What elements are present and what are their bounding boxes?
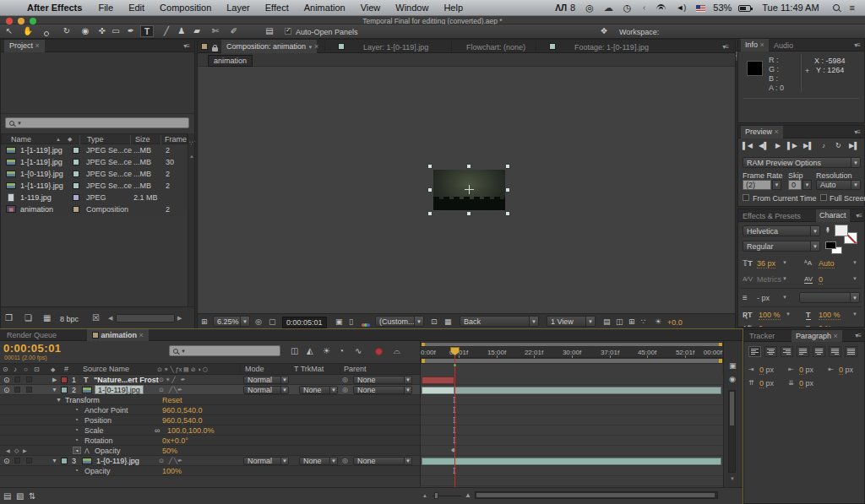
vertical-scale-value[interactable]: 100 % [759,311,781,320]
zoom-in-mountain-icon[interactable]: ▲ [465,491,471,499]
tab-timeline-animation[interactable]: animation × [87,329,149,341]
timeline-hscrollbar[interactable] [475,491,718,499]
menu-composition[interactable]: Composition [152,3,219,13]
pickwhip-icon[interactable]: ◎ [342,375,348,385]
collapse-arrow-icon[interactable]: ▼ [52,456,57,466]
pen-tool[interactable]: ✒ [123,25,139,37]
wifi-icon[interactable] [651,3,671,13]
shape-tool[interactable]: ▭ [108,25,123,37]
zoom-window-button[interactable] [30,18,36,24]
font-size-value[interactable]: 36 px [757,259,775,268]
puppet-pin-tool[interactable]: ✐ [226,25,242,37]
layer1-bar[interactable] [422,377,454,384]
table-row[interactable]: 1-{1-119}.jpg JPEG Se...ce ...MB 2 [1,180,188,192]
justify-last-right-button[interactable] [829,346,841,357]
menu-help[interactable]: Help [436,3,471,13]
row-name[interactable]: 1-[1-119].jpg [20,144,63,156]
snapshot-icon[interactable]: ▣ [335,317,343,326]
tab-project[interactable]: Project × [4,40,45,52]
position-row[interactable]: ◔ Position 960.0,540.0 [0,415,420,425]
safe-zones-icon[interactable]: ◎ [255,317,262,326]
layer-row-1[interactable]: ⊙ ▶ 1 T "Nature...ert Frost ⊙ ✶ ╱ ✒ Norm… [0,375,420,385]
close-icon[interactable]: × [775,127,779,136]
viewer-panel-menu-icon[interactable]: ▾≡ [722,43,728,51]
label-swatch[interactable] [73,182,79,189]
transparency-grid-icon[interactable]: ▦ [444,317,452,326]
scroll-left-icon[interactable]: ◀ [108,315,112,322]
table-row[interactable]: 1-[1-119].jpg JPEG Se...ce ...MB 30 [1,156,188,168]
layer-row-2[interactable]: ⊙ ▼ 2 1-[0-119].jpg ⊙ ╱ ╲✒ Normal▼ None▼… [0,385,420,395]
paragraph-panel-menu-icon[interactable]: ▾≡ [855,332,861,339]
tab-paragraph[interactable]: Paragraph × [792,330,842,342]
close-icon[interactable]: × [35,41,40,50]
brainstorm-icon[interactable] [375,348,383,355]
kerning-dropdown-icon[interactable]: ▼ [782,276,787,281]
opacity-row[interactable]: ◀ ◇ ▶ ◔ ⋀ Opacity 50% [0,446,420,456]
horizontal-scale-dropdown-icon[interactable]: ▼ [852,312,857,317]
position-label[interactable]: Position [84,415,112,425]
roto-brush-tool[interactable]: ✄ [208,25,223,37]
full-screen-checkbox[interactable] [820,194,827,201]
leading-dropdown-icon[interactable]: ▼ [852,260,857,265]
blend-mode-dropdown[interactable]: Normal▼ [243,376,289,384]
camera-tool[interactable]: ◉ [78,25,93,37]
selection-handle[interactable] [427,187,432,192]
search-dropdown-icon[interactable]: ▼ [181,349,186,354]
loop-button[interactable]: ↻ [835,142,841,149]
col-parent[interactable]: Parent [344,364,367,375]
keyframe-add-icon[interactable]: ◇ [14,446,19,456]
flowchart-icon[interactable]: ∵ [189,140,193,147]
close-window-button[interactable] [6,18,13,24]
col-type[interactable]: Type [87,134,104,144]
time-ruler[interactable]: 0:00f 07:01f 15:00f 22:01f 30:00f 37:01f… [421,347,723,358]
parent-dropdown[interactable]: None▼ [353,386,412,394]
table-row[interactable]: 1-{0-119}.jpg JPEG Se...ce ...MB 2 [1,168,188,180]
trkmat-dropdown[interactable]: None▼ [299,386,338,394]
label-swatch[interactable] [73,147,79,154]
chevron-down-icon[interactable]: ▼ [308,45,313,50]
leading-value[interactable]: Auto [819,259,835,268]
transform-group-label[interactable]: Transform [65,395,100,405]
col-number[interactable]: # [64,364,68,375]
search-dropdown-icon[interactable]: ▼ [17,121,22,126]
fill-color-swatch[interactable] [835,225,848,236]
align-right-button[interactable] [781,346,793,357]
scroll-up-icon[interactable]: ▲ [189,154,194,159]
anchor-point-crosshair[interactable] [465,185,474,194]
tab-flowchart[interactable]: Flowchart: (none) [466,43,525,51]
work-area-bar[interactable] [421,358,723,364]
spotlight-icon[interactable] [826,3,846,13]
label-swatch[interactable] [73,194,79,201]
table-row[interactable]: ▦ animation Composition 2 [1,203,188,215]
clone-stamp-tool[interactable]: ♟ [174,25,189,37]
layer2-bar[interactable] [454,387,721,394]
selection-handle[interactable] [466,164,471,169]
toggle-inout-columns-icon[interactable]: ⇅ [29,491,35,501]
resolution-dropdown[interactable]: (Custom...)▼ [375,316,424,327]
preview-panel-menu-icon[interactable]: ▾≡ [854,128,860,136]
document-icon[interactable]: ▤ [262,25,277,37]
selection-handle[interactable] [505,211,510,216]
align-left-button[interactable] [748,346,761,357]
exposure-icon[interactable]: ☀ [655,317,661,326]
font-size-dropdown-icon[interactable]: ▼ [782,260,787,265]
region-of-interest-icon[interactable]: ⊡ [431,317,438,326]
stroke-width-value[interactable]: - px [757,294,770,302]
opacity-label[interactable]: Opacity [95,446,121,456]
stopwatch-icon[interactable]: ◔ [74,415,79,425]
tab-preview[interactable]: Preview × [741,126,783,138]
kerning-value[interactable]: Metrics [757,275,781,284]
timeline-button-icon[interactable]: ◫ [616,317,623,326]
tab-info[interactable]: Info × [741,39,769,51]
next-frame-button[interactable]: ▌▶ [787,142,797,149]
frame-rate-field[interactable]: (2) [743,180,771,190]
blend-mode-dropdown[interactable]: Normal▼ [243,386,289,394]
battery-icon[interactable] [734,3,755,13]
tag-icon[interactable]: ◆ [51,364,55,375]
tab-effects-presets[interactable]: Effects & Presets [743,212,801,220]
composition-mini-flowchart-icon[interactable]: ◫ [291,346,298,355]
set-black-swatch[interactable] [825,241,836,249]
timeline-zoom-slider[interactable] [432,496,461,496]
layer-color-swatch[interactable] [61,377,68,383]
type-tool[interactable]: T [140,25,154,37]
